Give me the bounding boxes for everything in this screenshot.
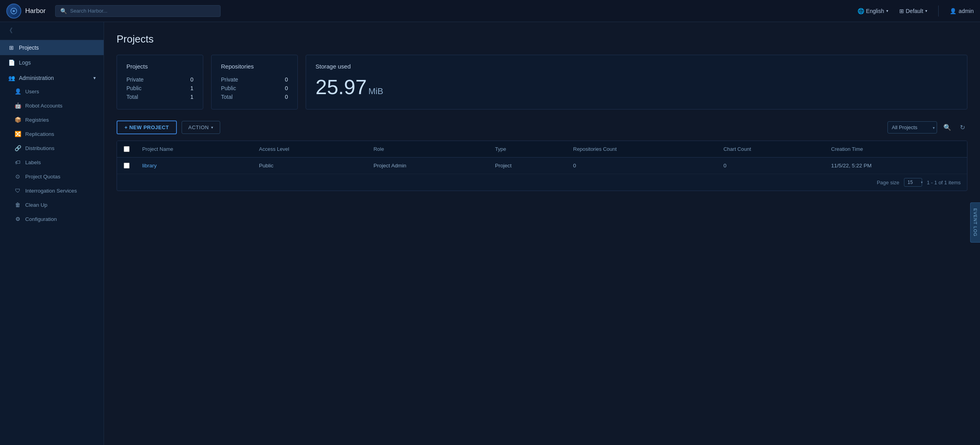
page-size-select[interactable]: 15 25 50 xyxy=(904,178,922,187)
app-logo[interactable]: Harbor xyxy=(6,4,46,19)
main-layout: 《 ⊞ Projects 📄 Logs 👥 Administration ▾ 👤… xyxy=(0,22,980,445)
user-icon: 👤 xyxy=(950,8,956,14)
project-quotas-icon: ⊙ xyxy=(14,173,21,180)
action-button[interactable]: ACTION ▾ xyxy=(182,121,220,134)
configuration-icon: ⚙ xyxy=(14,216,21,222)
sidebar-item-logs[interactable]: 📄 Logs xyxy=(0,55,104,70)
sidebar-item-robot-accounts-label: Robot Accounts xyxy=(25,103,63,109)
select-all-checkbox-wrap xyxy=(123,146,130,152)
language-chevron-icon: ▾ xyxy=(886,9,888,13)
refresh-button[interactable]: ↻ xyxy=(958,122,967,133)
th-type: Type xyxy=(489,141,567,158)
td-access-level: Public xyxy=(252,158,367,174)
repositories-public-label: Public xyxy=(221,85,236,91)
action-label: ACTION xyxy=(188,124,209,130)
sidebar-item-users-label: Users xyxy=(25,89,39,95)
sidebar-item-interrogation-services-label: Interrogation Services xyxy=(25,188,77,194)
projects-private-label: Private xyxy=(126,76,144,83)
pagination-info: 1 - 1 of 1 items xyxy=(927,180,961,185)
topnav: Harbor 🔍 Search Harbor... 🌐 English ▾ ⊞ … xyxy=(0,0,980,22)
sidebar-item-projects-label: Projects xyxy=(19,44,39,51)
sidebar-item-project-quotas[interactable]: ⊙ Project Quotas xyxy=(0,169,104,184)
refresh-icon: ↻ xyxy=(960,124,965,131)
sidebar-item-replications-label: Replications xyxy=(25,131,54,137)
sidebar-item-registries-label: Registries xyxy=(25,117,49,123)
app-name: Harbor xyxy=(25,7,46,15)
search-bar[interactable]: 🔍 Search Harbor... xyxy=(55,5,221,17)
stats-row: Projects Private 0 Public 1 Total 1 Repo… xyxy=(117,55,967,109)
repositories-private-label: Private xyxy=(221,76,238,83)
sidebar-item-configuration-label: Configuration xyxy=(25,216,57,222)
td-repositories-count: 0 xyxy=(567,158,717,174)
administration-icon: 👥 xyxy=(8,75,15,81)
sidebar-item-configuration[interactable]: ⚙ Configuration xyxy=(0,212,104,226)
repositories-total-row: Total 0 xyxy=(221,93,288,101)
logo-icon xyxy=(6,4,21,19)
search-icon: 🔍 xyxy=(943,124,951,131)
project-name-link[interactable]: library xyxy=(142,163,157,169)
repositories-stats-title: Repositories xyxy=(221,63,288,70)
page-title: Projects xyxy=(117,33,967,45)
td-checkbox xyxy=(117,158,136,174)
sidebar: 《 ⊞ Projects 📄 Logs 👥 Administration ▾ 👤… xyxy=(0,22,104,445)
users-icon: 👤 xyxy=(14,88,21,95)
filter-select[interactable]: All Projects My Projects Public Projects xyxy=(887,121,937,134)
storage-value: 25.97MiB xyxy=(316,75,958,99)
sidebar-item-registries[interactable]: 📦 Registries xyxy=(0,113,104,127)
projects-total-value: 1 xyxy=(184,94,193,100)
sidebar-section-administration[interactable]: 👥 Administration ▾ xyxy=(0,70,104,84)
logs-icon: 📄 xyxy=(8,59,15,66)
interrogation-services-icon: 🛡 xyxy=(14,187,21,194)
sidebar-item-labels[interactable]: 🏷 Labels xyxy=(0,155,104,169)
sidebar-item-projects[interactable]: ⊞ Projects xyxy=(0,40,104,55)
topnav-divider xyxy=(938,6,939,17)
pagination-row: Page size 15 25 50 ▾ 1 - 1 of 1 items xyxy=(117,174,967,191)
projects-table: Project Name Access Level Role Type Repo… xyxy=(117,141,967,174)
sidebar-item-logs-label: Logs xyxy=(19,59,31,66)
sidebar-item-replications[interactable]: 🔀 Replications xyxy=(0,127,104,141)
search-placeholder: Search Harbor... xyxy=(70,8,108,14)
search-icon: 🔍 xyxy=(60,8,67,14)
th-repositories-count: Repositories Count xyxy=(567,141,717,158)
sidebar-item-robot-accounts[interactable]: 🤖 Robot Accounts xyxy=(0,98,104,113)
th-role: Role xyxy=(367,141,489,158)
repositories-total-value: 0 xyxy=(278,94,288,100)
search-icon-button[interactable]: 🔍 xyxy=(941,122,954,133)
sidebar-collapse-button[interactable]: 《 xyxy=(0,22,104,40)
layout-label: Default xyxy=(906,8,923,14)
language-label: English xyxy=(866,8,884,14)
registries-icon: 📦 xyxy=(14,117,21,123)
main-content: Projects Projects Private 0 Public 1 Tot… xyxy=(104,22,980,445)
sidebar-item-clean-up-label: Clean Up xyxy=(25,202,47,208)
sidebar-item-interrogation-services[interactable]: 🛡 Interrogation Services xyxy=(0,184,104,198)
language-selector[interactable]: 🌐 English ▾ xyxy=(858,8,888,14)
administration-chevron-icon: ▾ xyxy=(93,75,96,81)
sidebar-item-users[interactable]: 👤 Users xyxy=(0,84,104,98)
sidebar-section-administration-label: Administration xyxy=(19,75,54,81)
td-project-name: library xyxy=(136,158,252,174)
projects-table-container: Project Name Access Level Role Type Repo… xyxy=(117,141,967,191)
select-all-checkbox[interactable] xyxy=(124,146,130,152)
projects-total-label: Total xyxy=(126,94,138,100)
layout-selector[interactable]: ⊞ Default ▾ xyxy=(899,8,927,14)
username: admin xyxy=(959,8,974,14)
repositories-private-value: 0 xyxy=(278,76,288,83)
topnav-right: 🌐 English ▾ ⊞ Default ▾ 👤 admin xyxy=(858,6,974,17)
projects-public-label: Public xyxy=(126,85,141,91)
sidebar-item-clean-up[interactable]: 🗑 Clean Up xyxy=(0,198,104,212)
row-checkbox[interactable] xyxy=(124,163,130,169)
td-chart-count: 0 xyxy=(717,158,825,174)
table-header-row: Project Name Access Level Role Type Repo… xyxy=(117,141,967,158)
page-size-label: Page size xyxy=(877,180,899,185)
replications-icon: 🔀 xyxy=(14,131,21,137)
repositories-stats-card: Repositories Private 0 Public 0 Total 0 xyxy=(211,55,298,109)
labels-icon: 🏷 xyxy=(14,159,21,165)
page-size-container: 15 25 50 ▾ xyxy=(902,178,924,187)
layout-icon: ⊞ xyxy=(899,8,904,14)
new-project-button[interactable]: + NEW PROJECT xyxy=(117,121,177,134)
sidebar-item-distributions[interactable]: 🔗 Distributions xyxy=(0,141,104,155)
user-menu[interactable]: 👤 admin xyxy=(950,8,974,14)
event-log-tab[interactable]: EVENT LOG xyxy=(970,202,980,243)
projects-public-row: Public 1 xyxy=(126,84,193,93)
toolbar: + NEW PROJECT ACTION ▾ All Projects My P… xyxy=(117,121,967,134)
